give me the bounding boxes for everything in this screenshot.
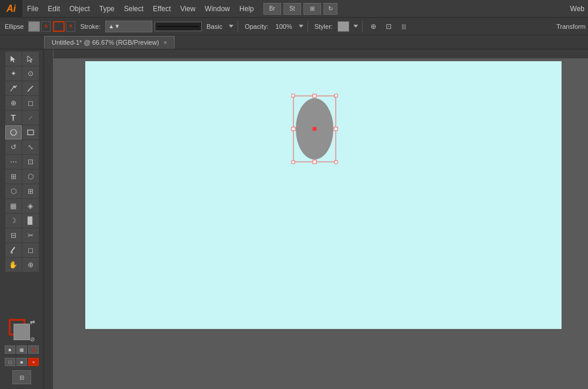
pencil-tool[interactable]: [22, 81, 39, 95]
perspective-grid-tool[interactable]: ⬡: [5, 184, 22, 198]
svg-rect-16: [292, 94, 295, 97]
graph-tool[interactable]: ▉: [22, 214, 39, 228]
none-color-button[interactable]: ⊘: [28, 345, 39, 354]
globe-icon[interactable]: ⊕: [367, 20, 380, 33]
fill-dropdown-arrow[interactable]: ×: [41, 21, 51, 32]
stroke-swatch[interactable]: [53, 21, 65, 32]
zoom-tool[interactable]: ⊕: [22, 258, 39, 272]
menu-select[interactable]: Select: [119, 0, 148, 18]
gradient-button[interactable]: ▦: [16, 345, 27, 354]
hand-tool[interactable]: ✋: [5, 258, 22, 272]
screen-mode2-btn[interactable]: ■: [16, 358, 27, 366]
artboard-tools-row: ⊟ ✂: [1, 228, 42, 242]
fill-color-indicator[interactable]: [14, 324, 30, 340]
document-tab[interactable]: Untitled-1* @ 66.67% (RGB/Preview) ×: [44, 36, 175, 49]
color-area: ⇄ ⊘ ■ ▦ ⊘ □ ■ × ⊟: [1, 317, 42, 387]
eraser-tool[interactable]: ◻: [22, 96, 39, 110]
svg-rect-17: [335, 94, 338, 97]
menu-effect[interactable]: Effect: [148, 0, 175, 18]
screen-mode-btn[interactable]: □: [5, 358, 15, 366]
styler-label: Styler:: [312, 23, 335, 30]
navigation-tools-row: ✋ ⊕: [1, 258, 42, 272]
magic-wand-tool[interactable]: ✦: [5, 67, 22, 81]
rotate-icon[interactable]: ↻: [323, 3, 338, 15]
blend-tool[interactable]: ◈: [22, 199, 39, 213]
stroke-weight-input[interactable]: ▲▼: [105, 21, 152, 32]
svg-marker-0: [11, 56, 15, 62]
menu-type[interactable]: Type: [95, 0, 119, 18]
live-paint-tool[interactable]: ⬡: [22, 169, 39, 184]
ellipse-object[interactable]: [291, 94, 338, 164]
fill-swatch[interactable]: [28, 21, 40, 32]
stroke-style-dropdown[interactable]: [227, 25, 233, 28]
transform-tools-row: ↺ ⤡: [1, 140, 42, 154]
rotate-tool[interactable]: ↺: [5, 140, 22, 154]
styler-dropdown-arrow[interactable]: [352, 25, 358, 28]
color-button[interactable]: ■: [5, 345, 15, 354]
selection-tools-row: [1, 52, 42, 66]
measure-tool[interactable]: ◻: [22, 243, 39, 257]
stock-button[interactable]: St: [283, 3, 301, 15]
warp-tool[interactable]: ⋯: [5, 155, 22, 169]
mesh-tool[interactable]: ⊞: [22, 184, 39, 198]
svg-rect-18: [292, 161, 295, 164]
eyedropper-tool[interactable]: [5, 243, 22, 257]
free-transform-tool[interactable]: ⊡: [22, 155, 39, 169]
svg-rect-12: [313, 160, 316, 164]
menu-bar: Ai File Edit Object Type Select Effect V…: [0, 0, 588, 18]
pen-tool[interactable]: [5, 81, 22, 95]
draw-mode-button[interactable]: ⊟: [12, 370, 31, 384]
scale-tool[interactable]: ⤡: [22, 140, 39, 154]
lasso-tool[interactable]: ⊙: [22, 67, 39, 81]
blob-brush-tool[interactable]: ⊕: [5, 96, 22, 110]
menu-file[interactable]: File: [22, 0, 43, 18]
warp-tools-row: ⋯ ⊡: [1, 155, 42, 169]
svg-rect-8: [11, 252, 13, 254]
brush-tools-row: ⊕ ◻: [1, 96, 42, 110]
tab-close-button[interactable]: ×: [163, 39, 167, 46]
color-mode-buttons: ■ ▦ ⊘: [5, 345, 39, 354]
left-toolbar: ✦ ⊙ ⊕ ◻ T ⟋: [0, 49, 44, 389]
perspective-tools-row: ⬡ ⊞: [1, 184, 42, 198]
svg-rect-19: [335, 161, 338, 164]
shape-builder-tool[interactable]: ⊞: [5, 169, 22, 184]
menu-window[interactable]: Window: [200, 0, 235, 18]
type-tool[interactable]: T: [5, 111, 22, 125]
ruler-top: [44, 49, 588, 59]
misc-tools-row: ◻: [1, 243, 42, 257]
line-segment-tool[interactable]: ⟋: [22, 111, 39, 125]
selection-tool[interactable]: [5, 52, 22, 66]
workspace-switcher[interactable]: ⊞: [303, 3, 321, 15]
stroke-label: Stroke:: [78, 23, 103, 30]
svg-marker-1: [28, 56, 32, 62]
ellipse-tool[interactable]: [5, 125, 22, 139]
direct-selection-tool[interactable]: [22, 52, 39, 66]
slice-tool[interactable]: ✂: [22, 228, 39, 242]
bridge-button[interactable]: Br: [263, 3, 281, 15]
none-button[interactable]: ⊘: [30, 336, 35, 343]
symbol-spray-tool[interactable]: ☽: [5, 214, 22, 228]
tab-title: Untitled-1* @ 66.67% (RGB/Preview): [52, 39, 159, 46]
canvas-area[interactable]: [44, 49, 588, 389]
opacity-arrow[interactable]: [297, 25, 303, 28]
swap-fill-stroke[interactable]: ⇄: [30, 319, 35, 325]
svg-rect-11: [313, 94, 316, 98]
svg-line-7: [11, 247, 15, 252]
menu-view[interactable]: View: [176, 0, 201, 18]
artboard-tool[interactable]: ⊟: [5, 228, 22, 242]
screen-mode3-btn[interactable]: ×: [28, 358, 39, 366]
arrange-icon[interactable]: ⊡: [382, 20, 395, 33]
menu-help[interactable]: Help: [235, 0, 259, 18]
rectangle-tool[interactable]: [22, 125, 39, 139]
svg-marker-4: [27, 91, 29, 92]
pen-tools-row: [1, 81, 42, 95]
svg-rect-15: [313, 127, 316, 131]
stroke-dropdown-arrow[interactable]: ×: [66, 21, 75, 32]
svg-rect-13: [292, 127, 295, 131]
align-icon[interactable]: |||: [397, 20, 410, 33]
menu-object[interactable]: Object: [65, 0, 95, 18]
menu-edit[interactable]: Edit: [43, 0, 65, 18]
styler-swatch[interactable]: [338, 21, 349, 32]
menu-right: Web: [570, 5, 588, 13]
gradient-tool[interactable]: ▦: [5, 199, 22, 213]
